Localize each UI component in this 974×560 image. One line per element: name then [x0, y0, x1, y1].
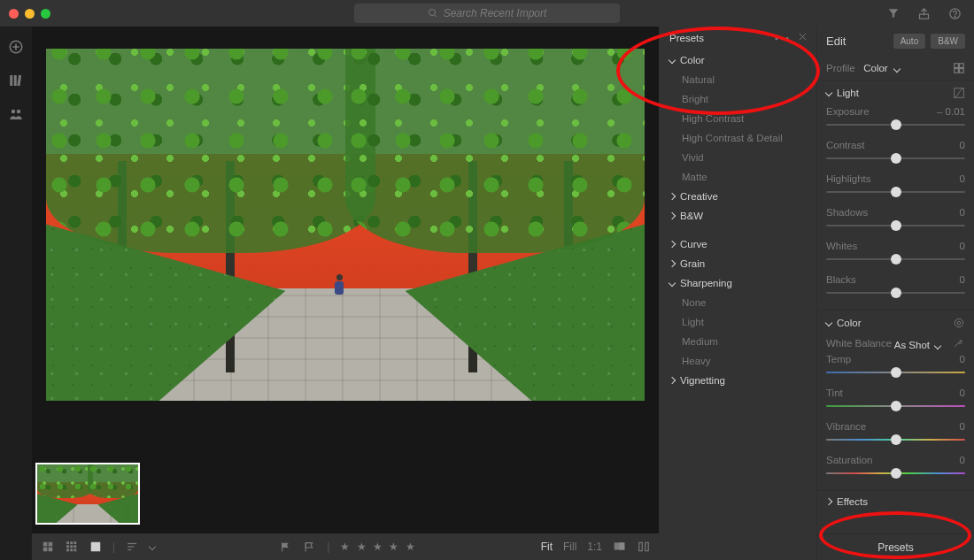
- toggle-panel-icon[interactable]: [637, 541, 650, 554]
- preset-group-color[interactable]: Color: [659, 52, 816, 68]
- window-titlebar: Search Recent Import: [0, 0, 974, 27]
- filmstrip: [32, 454, 659, 533]
- eyedropper-icon[interactable]: [952, 336, 965, 349]
- show-original-icon[interactable]: [613, 541, 626, 554]
- search-icon: [428, 8, 438, 19]
- filter-icon[interactable]: [887, 7, 900, 19]
- slider-highlights[interactable]: [826, 186, 965, 198]
- slider-tint[interactable]: [826, 400, 965, 412]
- svg-rect-21: [70, 545, 73, 548]
- preset-item[interactable]: None: [659, 295, 816, 311]
- detail-view-icon[interactable]: [89, 541, 102, 554]
- preset-item[interactable]: Natural: [659, 72, 816, 88]
- share-icon[interactable]: [917, 7, 931, 20]
- slider-value: 0: [960, 173, 965, 184]
- rating-stars[interactable]: ★ ★ ★ ★ ★: [340, 541, 416, 553]
- add-photos-icon[interactable]: [8, 39, 24, 55]
- slider-exposure[interactable]: [826, 119, 965, 131]
- svg-rect-35: [645, 542, 648, 550]
- my-photos-icon[interactable]: [8, 73, 24, 88]
- svg-rect-24: [70, 548, 73, 551]
- svg-rect-38: [954, 63, 958, 67]
- effects-section-header[interactable]: Effects: [817, 491, 974, 512]
- sharing-icon[interactable]: [8, 106, 24, 122]
- preset-item[interactable]: Heavy: [659, 353, 816, 369]
- edit-panel-title: Edit: [826, 35, 846, 48]
- presets-close-icon[interactable]: [798, 32, 808, 43]
- zoom-fit[interactable]: Fit: [541, 541, 553, 553]
- slider-label: Shadows: [826, 207, 868, 218]
- white-balance-label: White Balance: [826, 338, 892, 349]
- preset-item[interactable]: Vivid: [659, 150, 816, 165]
- photo-viewer[interactable]: [32, 27, 659, 454]
- preset-item[interactable]: High Contrast & Detail: [659, 130, 816, 146]
- preset-group-curve[interactable]: Curve: [659, 236, 816, 252]
- slider-label: Saturation: [826, 455, 872, 465]
- color-mixer-icon[interactable]: [952, 316, 965, 329]
- presets-button[interactable]: Presets: [817, 533, 974, 560]
- bottom-toolbar: | | ★ ★ ★ ★ ★ Fit Fill 1:1: [32, 533, 659, 560]
- search-input[interactable]: Search Recent Import: [354, 4, 620, 23]
- effects-section-label: Effects: [837, 496, 868, 507]
- preset-group-b-w[interactable]: B&W: [659, 208, 816, 224]
- white-balance-dropdown[interactable]: As Shot: [894, 340, 944, 350]
- slider-contrast[interactable]: [826, 152, 965, 165]
- zoom-fill[interactable]: Fill: [563, 541, 576, 553]
- slider-label: Temp: [826, 354, 851, 364]
- slider-shadows[interactable]: [826, 219, 965, 232]
- svg-rect-18: [70, 541, 73, 544]
- fullscreen-window-button[interactable]: [41, 9, 50, 19]
- preset-item[interactable]: Medium: [659, 334, 816, 349]
- slider-value: 0: [960, 455, 965, 465]
- flag-pick-icon[interactable]: [279, 541, 292, 554]
- preset-group-grain[interactable]: Grain: [659, 256, 816, 272]
- slider-label: Contrast: [826, 140, 864, 150]
- svg-rect-26: [90, 542, 100, 552]
- svg-rect-8: [10, 75, 12, 86]
- svg-rect-23: [66, 548, 69, 551]
- slider-vibrance[interactable]: [826, 433, 965, 446]
- grid-view-icon[interactable]: [41, 541, 54, 554]
- preset-item[interactable]: Light: [659, 314, 816, 330]
- slider-whites[interactable]: [826, 253, 965, 265]
- close-window-button[interactable]: [9, 9, 19, 19]
- flag-reject-icon[interactable]: [303, 541, 316, 554]
- preset-group-creative[interactable]: Creative: [659, 188, 816, 204]
- svg-point-12: [17, 110, 21, 114]
- svg-rect-20: [66, 545, 69, 548]
- slider-blacks[interactable]: [826, 287, 965, 299]
- svg-rect-39: [959, 63, 963, 67]
- svg-rect-25: [73, 548, 76, 551]
- preset-group-sharpening[interactable]: Sharpening: [659, 275, 816, 291]
- preset-item[interactable]: Bright: [659, 91, 816, 107]
- presets-more-icon[interactable]: •••: [775, 33, 791, 43]
- light-section-header[interactable]: Light: [817, 81, 974, 104]
- square-grid-icon[interactable]: [65, 541, 78, 554]
- slider-value: 0: [960, 241, 965, 251]
- svg-point-11: [12, 110, 16, 114]
- svg-rect-34: [638, 542, 642, 550]
- sort-chevron-icon[interactable]: [149, 543, 156, 550]
- profile-dropdown[interactable]: Color: [863, 63, 900, 73]
- bw-button[interactable]: B&W: [931, 34, 965, 49]
- slider-saturation[interactable]: [826, 467, 965, 479]
- color-section-header[interactable]: Color: [817, 311, 974, 334]
- sort-icon[interactable]: [126, 541, 139, 554]
- auto-button[interactable]: Auto: [893, 34, 926, 49]
- profile-label: Profile: [826, 63, 855, 73]
- thumbnail[interactable]: [35, 463, 140, 525]
- svg-rect-41: [959, 68, 963, 73]
- profile-browser-icon[interactable]: [952, 61, 965, 74]
- svg-line-1: [434, 15, 437, 18]
- zoom-1to1[interactable]: 1:1: [587, 541, 602, 553]
- preset-item[interactable]: Matte: [659, 169, 816, 185]
- svg-rect-17: [66, 541, 69, 544]
- slider-temp[interactable]: [826, 366, 965, 379]
- tone-curve-icon[interactable]: [952, 86, 965, 99]
- preset-item[interactable]: High Contrast: [659, 111, 816, 127]
- minimize-window-button[interactable]: [25, 9, 35, 19]
- presets-panel: Presets ••• ColorNaturalBrightHigh Contr…: [659, 27, 816, 560]
- preset-group-vignetting[interactable]: Vignetting: [659, 372, 816, 388]
- help-cloud-icon[interactable]: [948, 7, 962, 20]
- slider-label: Whites: [826, 241, 857, 251]
